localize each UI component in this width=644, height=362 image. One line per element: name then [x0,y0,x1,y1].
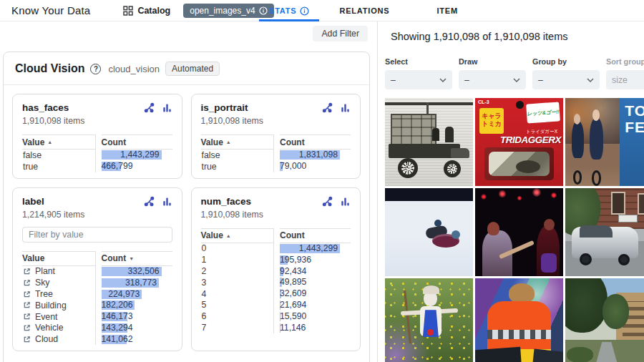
image-tile-concert-stage[interactable] [475,188,563,276]
value-column-header[interactable]: Value [22,251,95,266]
count-column-header[interactable]: Count [280,134,351,150]
value-cell[interactable]: Sky [22,277,95,288]
count-bar[interactable]: 11,146 [280,323,340,333]
count-bar[interactable]: 1,443,299 [280,244,340,253]
value-column-header[interactable]: Value▲ [201,134,274,150]
add-filter-button[interactable]: Add Filter [313,26,368,41]
launch-icon [23,336,31,343]
tab-stats[interactable]: STATS [259,0,319,21]
cards-grid: has_faces [4,85,369,360]
count-cell[interactable]: 11,146 [280,322,351,333]
count-cell[interactable]: 182,206 [102,300,172,311]
card-item-count: 1,910,098 items [201,116,351,126]
value-cell: false [201,150,274,161]
stat-card: is_portrait [191,94,361,179]
count-bar[interactable]: 318,773 [102,278,162,288]
app-title[interactable]: Know Your Data [11,4,90,16]
count-cell[interactable]: 224,973 [102,288,172,300]
count-bar[interactable]: 1,831,098 [280,150,340,160]
value-cell: 4 [201,288,274,300]
count-bar[interactable]: 195,936 [280,255,340,265]
value-column-header[interactable]: Value▲ [22,134,95,150]
scatter-plot-icon[interactable] [322,102,333,113]
image-tile-scarecrow-flower-field[interactable] [385,278,473,362]
card-title: num_faces [201,196,323,207]
image-tile-cyclists-race-poster[interactable]: TO FE [565,98,644,186]
count-bar[interactable]: 182,206 [102,300,162,310]
scatter-plot-icon[interactable] [322,196,333,207]
scatter-plot-icon[interactable] [144,196,155,207]
count-bar[interactable]: 141,062 [102,335,162,344]
count-cell[interactable]: 332,506 [102,266,172,278]
value-cell[interactable]: Vehicle [22,323,95,334]
count-cell[interactable]: 146,173 [102,311,172,323]
count-cell[interactable]: 32,609 [280,288,351,300]
count-bar[interactable]: 49,895 [280,278,340,287]
value-cell[interactable]: Tree [22,288,95,300]
count-cell[interactable]: 21,694 [280,300,351,311]
count-cell[interactable]: 1,443,299 [102,150,172,161]
catalog-button[interactable]: Catalog [123,6,170,16]
filter-by-value-input[interactable] [22,227,172,243]
bar-chart-icon[interactable] [162,196,172,207]
count-cell[interactable]: 318,773 [102,277,172,288]
dropdown-select[interactable]: – [385,70,452,89]
count-bar[interactable]: 32,609 [280,289,340,298]
tab-item[interactable]: ITEM [426,0,467,21]
count-cell[interactable]: 15,590 [280,310,351,322]
card-title: is_portrait [201,102,323,113]
bar-chart-icon[interactable] [340,196,351,207]
dropdown-group-by[interactable]: – [532,70,600,89]
count-column-header[interactable]: Count [280,228,351,243]
count-bar[interactable]: 92,434 [280,267,340,276]
launch-icon [23,301,31,309]
image-tile-toy-car-package[interactable]: CL-3 キャラ トミカ レッツ&ゴー!! トライダガーX TRIDAGGERX [475,98,563,186]
count-bar[interactable]: 1,443,299 [102,150,162,160]
count-bar[interactable]: 332,506 [102,267,162,276]
bar-chart-icon[interactable] [162,102,172,113]
value-cell[interactable]: Cloud [22,333,95,345]
help-icon[interactable]: ? [90,64,101,74]
control-label: Select [385,57,459,66]
count-cell[interactable]: 79,000 [280,161,351,172]
image-tile-snow-tubing[interactable] [385,188,473,276]
count-cell[interactable]: 195,936 [280,254,351,265]
image-tile-engraving-vintage-truck[interactable] [385,98,473,186]
count-column-header[interactable]: Count▼ [102,251,172,266]
stat-card: has_faces [12,94,182,179]
launch-icon [23,290,31,298]
stat-card: num_faces [191,187,361,352]
scatter-plot-icon[interactable] [144,102,155,113]
value-cell[interactable]: Building [22,300,95,311]
count-bar[interactable]: 224,973 [102,290,162,299]
count-bar[interactable]: 466,799 [102,162,162,171]
count-bar[interactable]: 21,694 [280,300,340,310]
tab-relations-label: RELATIONS [339,6,389,15]
count-cell[interactable]: 1,443,299 [280,243,351,255]
count-bar[interactable]: 15,590 [280,312,340,321]
count-cell[interactable]: 143,294 [102,323,172,334]
control-draw: Draw– [459,57,532,89]
count-column-header[interactable]: Count [102,134,172,150]
bar-chart-icon[interactable] [340,102,351,113]
count-cell[interactable]: 141,062 [102,333,172,345]
dropdown-draw[interactable]: – [459,70,526,89]
count-bar[interactable]: 143,294 [102,323,162,333]
image-tile-street-with-trees[interactable] [565,278,644,362]
value-cell[interactable]: Event [22,311,95,323]
count-cell[interactable]: 1,831,098 [280,150,351,161]
value-cell: 0 [201,243,274,255]
count-cell[interactable]: 49,895 [280,277,351,288]
value-cell[interactable]: Plant [22,266,95,278]
image-tile-hi-vis-safety-jacket[interactable] [475,278,563,362]
count-cell[interactable]: 466,799 [102,161,172,172]
stat-card: label [12,187,182,352]
count-cell[interactable]: 92,434 [280,265,351,277]
tab-relations[interactable]: RELATIONS [329,0,399,21]
stats-info-icon[interactable] [300,6,309,16]
package-logo-text: レッツ&ゴー!! [526,102,560,123]
count-bar[interactable]: 146,173 [102,312,162,321]
value-column-header[interactable]: Value▲ [201,228,274,243]
image-tile-parked-silver-car[interactable] [565,188,644,276]
count-bar[interactable]: 79,000 [280,162,340,171]
